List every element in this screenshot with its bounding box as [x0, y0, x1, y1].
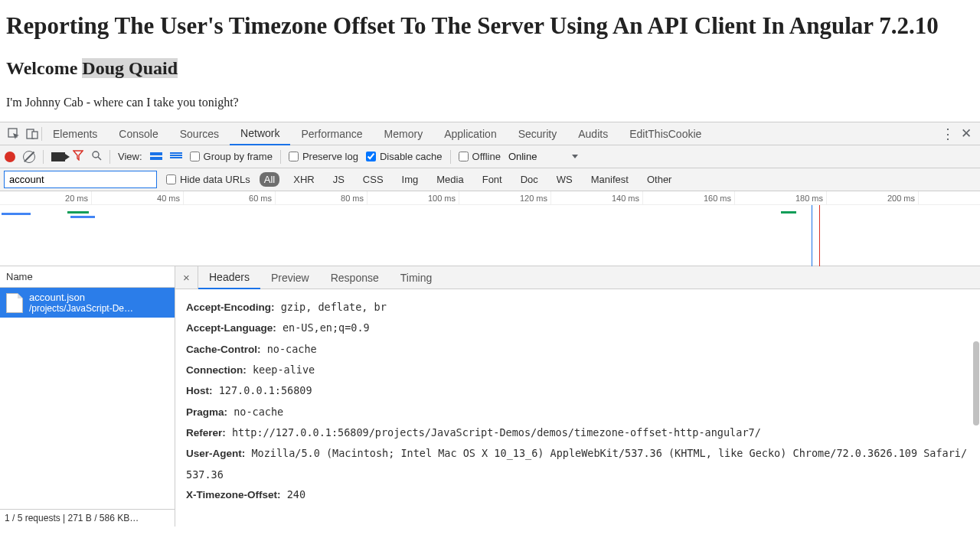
filter-type-other[interactable]: Other — [642, 172, 677, 187]
divider — [450, 150, 451, 164]
header-key: Cache-Control: — [186, 344, 261, 355]
device-toolbar-icon[interactable] — [23, 125, 41, 143]
clear-icon[interactable] — [23, 151, 35, 163]
header-line: Referer: http://127.0.0.1:56809/projects… — [186, 422, 969, 443]
detail-tabbar: × Headers Preview Response Timing — [175, 266, 980, 289]
timeline-tick: 160 ms — [643, 191, 735, 205]
file-icon — [6, 293, 23, 313]
hide-data-urls-checkbox[interactable]: Hide data URLs — [166, 174, 250, 185]
filter-type-xhr[interactable]: XHR — [289, 172, 318, 187]
header-value: no-cache — [227, 406, 283, 418]
domcontentloaded-line — [812, 205, 812, 266]
tab-security[interactable]: Security — [508, 122, 568, 145]
filter-type-font[interactable]: Font — [478, 172, 507, 187]
tab-audits[interactable]: Audits — [567, 122, 619, 145]
inspect-element-icon[interactable] — [5, 125, 23, 143]
record-icon[interactable] — [5, 152, 15, 162]
small-rows-icon[interactable] — [170, 152, 182, 161]
header-line: Accept-Encoding: gzip, deflate, br — [186, 297, 969, 318]
filter-type-js[interactable]: JS — [328, 172, 349, 187]
view-label: View: — [118, 151, 142, 162]
timeline-tick: 20 ms — [0, 191, 92, 205]
svg-rect-2 — [32, 132, 38, 139]
group-by-frame-input[interactable] — [190, 152, 200, 161]
detail-tab-preview[interactable]: Preview — [260, 266, 320, 289]
detail-tab-timing[interactable]: Timing — [390, 266, 443, 289]
search-icon[interactable] — [91, 150, 102, 163]
header-key: Accept-Language: — [186, 322, 276, 334]
divider — [109, 150, 110, 164]
hide-data-urls-input[interactable] — [166, 174, 176, 184]
preserve-log-input[interactable] — [289, 152, 299, 161]
network-content: Name account.json /projects/JavaScript-D… — [0, 266, 980, 527]
group-by-frame-checkbox[interactable]: Group by frame — [190, 151, 273, 162]
waterfall-bar — [2, 213, 31, 215]
request-detail-pane: × Headers Preview Response Timing Accept… — [175, 266, 980, 527]
filter-type-css[interactable]: CSS — [358, 172, 388, 187]
request-list-header[interactable]: Name — [0, 266, 175, 288]
more-menu-icon[interactable]: ⋮ — [939, 125, 957, 143]
header-value: http://127.0.0.1:56809/projects/JavaScri… — [226, 426, 761, 439]
scrollbar-thumb[interactable] — [973, 341, 979, 425]
detail-tab-response[interactable]: Response — [320, 266, 390, 289]
throttling-select[interactable]: Online — [508, 151, 537, 162]
network-timeline[interactable]: 20 ms 40 ms 60 ms 80 ms 100 ms 120 ms 14… — [0, 191, 980, 266]
header-key: Host: — [186, 385, 213, 396]
header-value: gzip, deflate, br — [275, 301, 387, 313]
header-key: User-Agent: — [186, 448, 245, 459]
throttling-dropdown-icon[interactable] — [572, 155, 578, 158]
header-value: en-US,en;q=0.9 — [276, 321, 370, 334]
filter-icon[interactable] — [73, 150, 83, 163]
timeline-tick: 120 ms — [459, 191, 551, 205]
hide-data-urls-label: Hide data URLs — [180, 174, 250, 185]
timeline-body — [0, 205, 980, 266]
header-line: X-Timezone-Offset: 240 — [186, 484, 969, 505]
tab-sources[interactable]: Sources — [169, 122, 230, 145]
screenshot-icon[interactable] — [51, 152, 65, 161]
request-row[interactable]: account.json /projects/JavaScript-De… — [0, 288, 175, 318]
offline-input[interactable] — [459, 152, 469, 161]
disable-cache-checkbox[interactable]: Disable cache — [366, 151, 443, 162]
header-line: Accept-Language: en-US,en;q=0.9 — [186, 318, 969, 338]
filter-type-img[interactable]: Img — [397, 172, 423, 187]
disable-cache-input[interactable] — [366, 152, 376, 161]
tab-application[interactable]: Application — [433, 122, 508, 145]
welcome-prefix: Welcome — [6, 58, 82, 78]
timeline-tick: 40 ms — [92, 191, 184, 205]
waterfall-bar — [67, 211, 89, 214]
large-rows-icon[interactable] — [150, 152, 162, 161]
close-devtools-icon[interactable]: ✕ — [957, 125, 975, 143]
tab-memory[interactable]: Memory — [374, 122, 434, 145]
group-by-frame-label: Group by frame — [204, 151, 273, 162]
filter-type-all[interactable]: All — [260, 172, 279, 187]
header-key: X-Timezone-Offset: — [186, 489, 281, 500]
filter-type-ws[interactable]: WS — [552, 172, 577, 187]
divider — [43, 150, 44, 164]
headers-body[interactable]: Accept-Encoding: gzip, deflate, brAccept… — [175, 289, 980, 527]
tab-performance[interactable]: Performance — [290, 122, 373, 145]
timeline-tick: 200 ms — [827, 191, 919, 205]
devtools-panel: Elements Console Sources Network Perform… — [0, 122, 980, 527]
svg-point-3 — [93, 152, 99, 158]
detail-tab-headers[interactable]: Headers — [198, 266, 260, 289]
tab-elements[interactable]: Elements — [42, 122, 108, 145]
filter-type-doc[interactable]: Doc — [516, 172, 543, 187]
svg-line-4 — [98, 157, 101, 160]
preserve-log-label: Preserve log — [302, 151, 358, 162]
welcome-heading: Welcome Doug Quaid — [6, 58, 974, 79]
page-body-text: I'm Johnny Cab - where can I take you to… — [6, 96, 974, 109]
close-detail-icon[interactable]: × — [175, 266, 198, 289]
header-value: 240 — [281, 488, 306, 500]
tab-console[interactable]: Console — [108, 122, 168, 145]
header-line: User-Agent: Mozilla/5.0 (Macintosh; Inte… — [186, 443, 969, 484]
preserve-log-checkbox[interactable]: Preserve log — [289, 151, 358, 162]
tab-editthiscookie[interactable]: EditThisCookie — [619, 122, 712, 145]
timeline-tick: 60 ms — [184, 191, 276, 205]
tab-network[interactable]: Network — [230, 122, 290, 145]
offline-checkbox[interactable]: Offline — [459, 151, 501, 162]
timeline-tick: 180 ms — [735, 191, 827, 205]
filter-type-manifest[interactable]: Manifest — [586, 172, 633, 187]
header-line: Pragma: no-cache — [186, 402, 969, 422]
filter-input[interactable] — [4, 171, 157, 188]
filter-type-media[interactable]: Media — [432, 172, 468, 187]
